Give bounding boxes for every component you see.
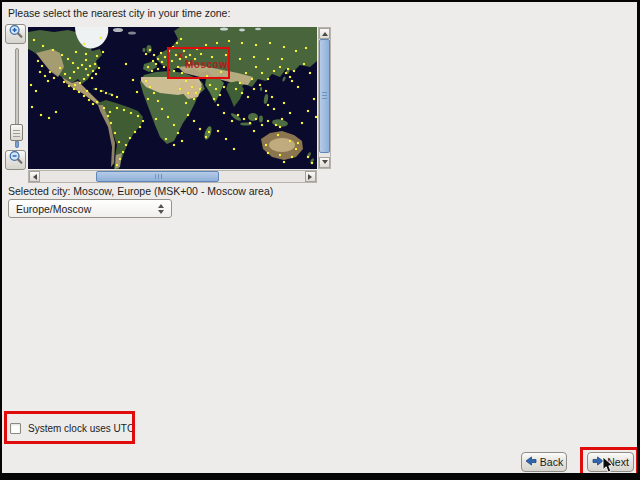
city-dot[interactable] bbox=[89, 65, 91, 67]
city-dot[interactable] bbox=[255, 44, 257, 46]
city-dot[interactable] bbox=[225, 138, 227, 140]
city-dot[interactable] bbox=[129, 137, 131, 139]
city-dot[interactable] bbox=[59, 67, 61, 69]
city-dot[interactable] bbox=[92, 103, 94, 105]
city-dot[interactable] bbox=[303, 63, 305, 65]
city-dot[interactable] bbox=[255, 118, 257, 120]
city-dot[interactable] bbox=[291, 80, 293, 82]
city-dot[interactable] bbox=[134, 131, 136, 133]
city-dot[interactable] bbox=[95, 88, 97, 90]
scroll-up-button[interactable] bbox=[319, 28, 330, 39]
city-dot[interactable] bbox=[283, 46, 285, 48]
city-dot[interactable] bbox=[253, 130, 255, 132]
city-dot[interactable] bbox=[41, 65, 43, 67]
city-dot[interactable] bbox=[109, 111, 111, 113]
city-dot[interactable] bbox=[183, 50, 185, 52]
city-dot[interactable] bbox=[74, 84, 76, 86]
city-dot[interactable] bbox=[155, 118, 157, 120]
city-dot[interactable] bbox=[157, 58, 159, 60]
city-dot[interactable] bbox=[78, 91, 80, 93]
city-dot[interactable] bbox=[95, 73, 97, 75]
map-zoom-slider-handle[interactable] bbox=[10, 124, 23, 141]
city-dot[interactable] bbox=[83, 78, 85, 80]
city-dot[interactable] bbox=[253, 88, 255, 90]
city-dot[interactable] bbox=[119, 158, 121, 160]
city-dot[interactable] bbox=[239, 82, 241, 84]
city-dot[interactable] bbox=[153, 54, 155, 56]
city-dot[interactable] bbox=[291, 156, 293, 158]
city-dot[interactable] bbox=[267, 104, 269, 106]
city-dot[interactable] bbox=[39, 71, 41, 73]
city-dot[interactable] bbox=[196, 48, 198, 50]
city-dot[interactable] bbox=[69, 77, 71, 79]
city-dot[interactable] bbox=[209, 84, 211, 86]
city-dot[interactable] bbox=[35, 90, 37, 92]
city-dot[interactable] bbox=[125, 144, 127, 146]
city-dot[interactable] bbox=[233, 148, 235, 150]
city-dot[interactable] bbox=[265, 144, 267, 146]
city-dot[interactable] bbox=[287, 68, 289, 70]
city-dot[interactable] bbox=[241, 42, 243, 44]
city-dot[interactable] bbox=[67, 58, 69, 60]
city-dot[interactable] bbox=[205, 44, 207, 46]
city-dot[interactable] bbox=[96, 101, 98, 103]
city-dot[interactable] bbox=[281, 58, 283, 60]
city-dot[interactable] bbox=[125, 63, 127, 65]
city-dot[interactable] bbox=[72, 62, 74, 64]
city-dot[interactable] bbox=[255, 66, 257, 68]
city-dot[interactable] bbox=[100, 90, 102, 92]
city-dot[interactable] bbox=[136, 91, 138, 93]
city-dot[interactable] bbox=[48, 117, 50, 119]
city-dot[interactable] bbox=[199, 88, 201, 90]
city-dot[interactable] bbox=[152, 60, 154, 62]
city-dot[interactable] bbox=[61, 54, 63, 56]
city-dot[interactable] bbox=[189, 54, 191, 56]
city-dot[interactable] bbox=[205, 136, 207, 138]
city-dot[interactable] bbox=[293, 70, 295, 72]
city-dot[interactable] bbox=[187, 114, 189, 116]
city-dot[interactable] bbox=[180, 38, 182, 40]
city-dot[interactable] bbox=[53, 77, 55, 79]
city-dot[interactable] bbox=[85, 53, 87, 55]
city-dot[interactable] bbox=[279, 154, 281, 156]
city-dot[interactable] bbox=[200, 53, 202, 55]
city-dot[interactable] bbox=[307, 156, 309, 158]
city-dot[interactable] bbox=[187, 92, 189, 94]
city-dot[interactable] bbox=[100, 37, 102, 39]
timezone-select[interactable]: Europe/Moscow bbox=[8, 199, 172, 218]
city-dot[interactable] bbox=[116, 107, 118, 109]
city-dot[interactable] bbox=[33, 39, 35, 41]
city-dot[interactable] bbox=[185, 56, 187, 58]
city-dot[interactable] bbox=[175, 54, 177, 56]
city-dot[interactable] bbox=[206, 75, 208, 77]
world-map[interactable]: x Moscow bbox=[28, 27, 317, 169]
city-dot[interactable] bbox=[167, 116, 169, 118]
city-dot[interactable] bbox=[85, 59, 87, 61]
city-dot[interactable] bbox=[313, 98, 315, 100]
city-dot[interactable] bbox=[295, 50, 297, 52]
city-dot[interactable] bbox=[241, 92, 243, 94]
city-dot[interactable] bbox=[40, 114, 42, 116]
city-dot[interactable] bbox=[68, 85, 70, 87]
city-dot[interactable] bbox=[305, 47, 307, 49]
city-dot[interactable] bbox=[157, 100, 159, 102]
city-dot[interactable] bbox=[239, 58, 241, 60]
city-dot[interactable] bbox=[281, 118, 283, 120]
city-dot[interactable] bbox=[153, 92, 155, 94]
city-dot[interactable] bbox=[137, 115, 139, 117]
zoom-in-button[interactable] bbox=[5, 24, 26, 44]
city-dot[interactable] bbox=[64, 73, 66, 75]
city-dot[interactable] bbox=[73, 88, 75, 90]
city-dot[interactable] bbox=[269, 42, 271, 44]
city-dot[interactable] bbox=[245, 72, 247, 74]
city-dot[interactable] bbox=[285, 72, 287, 74]
city-dot[interactable] bbox=[160, 52, 162, 54]
city-dot[interactable] bbox=[83, 43, 85, 45]
city-dot[interactable] bbox=[31, 106, 33, 108]
city-dot[interactable] bbox=[185, 80, 187, 82]
city-dot[interactable] bbox=[179, 88, 181, 90]
city-dot[interactable] bbox=[139, 126, 141, 128]
city-dot[interactable] bbox=[193, 120, 195, 122]
city-dot[interactable] bbox=[145, 80, 147, 82]
city-dot[interactable] bbox=[271, 96, 273, 98]
